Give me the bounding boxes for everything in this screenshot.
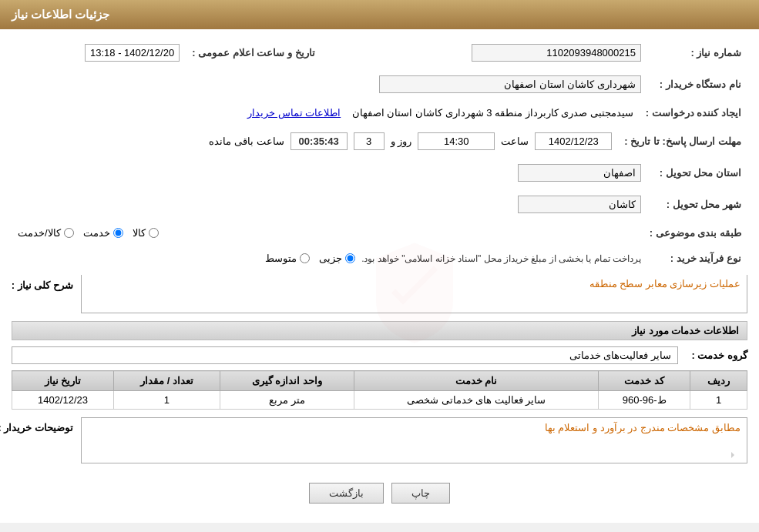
purchase-type-jozee[interactable]: جزیی <box>319 253 355 264</box>
purchase-type-label: نوع فرآیند خرید : <box>647 249 747 267</box>
buyer-org-value <box>12 72 647 96</box>
announce-datetime: 1402/12/20 - 13:18 <box>85 44 180 62</box>
category-options: کالا/خدمت خدمت کالا <box>12 224 643 242</box>
buyer-notes-label: توضیحات خریدار : <box>12 417 73 433</box>
countdown: 00:35:43 <box>291 132 348 150</box>
cell-row: 1 <box>690 391 747 410</box>
category-kala[interactable]: کالا <box>133 227 159 239</box>
col-header-name: نام خدمت <box>354 371 598 391</box>
province-input <box>518 164 641 182</box>
deadline-row: 1402/12/23 ساعت 14:30 روز و 3 00:35:43 س… <box>12 129 618 153</box>
cell-unit: متر مربع <box>220 391 354 410</box>
deadline-label: مهلت ارسال پاسخ: تا تاریخ : <box>618 129 747 153</box>
watermark-shield <box>368 239 461 350</box>
col-header-row: ردیف <box>690 371 747 391</box>
desc-content: عملیات زیرسازی معابر سطح منطقه <box>81 275 747 313</box>
top-info-table: شماره نیاز : تاریخ و ساعت اعلام عمومی : … <box>12 41 747 65</box>
deadline-date: 1402/12/23 <box>535 132 612 150</box>
buyer-notes-text: مطابق مشخصات مندرج در برآورد و استعلام ب… <box>545 422 741 433</box>
cell-code: ط-96-960 <box>599 391 690 410</box>
general-desc-label: شرح کلی نیاز : <box>12 275 73 291</box>
deadline-time-label: ساعت <box>501 136 529 147</box>
remaining-label: ساعت باقی مانده <box>209 136 284 147</box>
table-row: 1 ط-96-960 سایر فعالیت های خدماتی شخصی م… <box>12 391 747 410</box>
city-label: شهر محل تحویل : <box>647 192 747 216</box>
buyer-org-input <box>379 75 641 93</box>
purchase-type-motavaset[interactable]: متوسط <box>265 253 310 264</box>
button-area: چاپ بازگشت <box>12 475 747 511</box>
announce-value: 1402/12/20 - 13:18 <box>12 41 186 65</box>
buyer-org-table: نام دستگاه خریدار : <box>12 72 747 96</box>
requester-table: ایجاد کننده درخواست : سیدمجتبی صدری کارب… <box>12 104 747 122</box>
province-table: استان محل تحویل : <box>12 161 747 185</box>
col-header-code: کد خدمت <box>599 371 690 391</box>
city-value <box>12 192 647 216</box>
cell-qty: 1 <box>113 391 220 410</box>
page-header: جزئیات اطلاعات نیاز <box>0 0 759 29</box>
service-group-label: گروه خدمت : <box>686 350 747 361</box>
page-wrapper: جزئیات اطلاعات نیاز شماره نیاز : تاریخ و… <box>0 0 759 523</box>
buyer-org-label: نام دستگاه خریدار : <box>647 72 747 96</box>
requester-value: سیدمجتبی صدری کاربرداز منطقه 3 شهرداری ک… <box>12 104 640 122</box>
deadline-days: 3 <box>354 132 385 150</box>
deadline-time: 14:30 <box>418 132 495 150</box>
back-button[interactable]: بازگشت <box>309 483 384 504</box>
col-header-qty: تعداد / مقدار <box>113 371 220 391</box>
service-group-value: سایر فعالیت‌های خدماتی <box>12 346 678 364</box>
need-number-label: شماره نیاز : <box>647 41 747 65</box>
category-label: طبقه بندی موضوعی : <box>643 224 747 242</box>
general-desc-section: عملیات زیرسازی معابر سطح منطقه شرح کلی ن… <box>12 275 747 313</box>
need-number-value <box>352 41 647 65</box>
page-title: جزئیات اطلاعات نیاز <box>12 8 109 21</box>
print-button[interactable]: چاپ <box>391 483 450 504</box>
buyer-notes-content: مطابق مشخصات مندرج در برآورد و استعلام ب… <box>81 417 747 463</box>
announce-label: تاریخ و ساعت اعلام عمومی : <box>186 41 321 65</box>
category-kala-khedmat[interactable]: کالا/خدمت <box>18 227 74 239</box>
purchase-type-row: پرداخت تمام یا بخشی از مبلغ خریداز محل "… <box>12 249 647 267</box>
requester-label: ایجاد کننده درخواست : <box>640 104 747 122</box>
content-area: شماره نیاز : تاریخ و ساعت اعلام عمومی : … <box>0 29 759 523</box>
deadline-table: مهلت ارسال پاسخ: تا تاریخ : 1402/12/23 س… <box>12 129 747 153</box>
requester-contact-link[interactable]: اطلاعات تماس خریدار <box>247 107 341 119</box>
province-value <box>12 161 647 185</box>
col-header-unit: واحد اندازه گیری <box>220 371 354 391</box>
col-header-date: تاریخ نیاز <box>12 371 114 391</box>
services-table: ردیف کد خدمت نام خدمت واحد اندازه گیری ت… <box>12 370 747 410</box>
cell-date: 1402/12/23 <box>12 391 114 410</box>
requester-text: سیدمجتبی صدری کاربرداز منطقه 3 شهرداری ک… <box>352 107 633 119</box>
cell-name: سایر فعالیت های خدماتی شخصی <box>354 391 598 410</box>
deadline-days-label: روز و <box>391 136 412 147</box>
city-table: شهر محل تحویل : <box>12 192 747 216</box>
category-khedmat[interactable]: خدمت <box>83 227 123 239</box>
need-number-input <box>472 44 641 62</box>
buyer-notes-section: مطابق مشخصات مندرج در برآورد و استعلام ب… <box>12 417 747 463</box>
city-input <box>518 196 641 213</box>
province-label: استان محل تحویل : <box>647 161 747 185</box>
